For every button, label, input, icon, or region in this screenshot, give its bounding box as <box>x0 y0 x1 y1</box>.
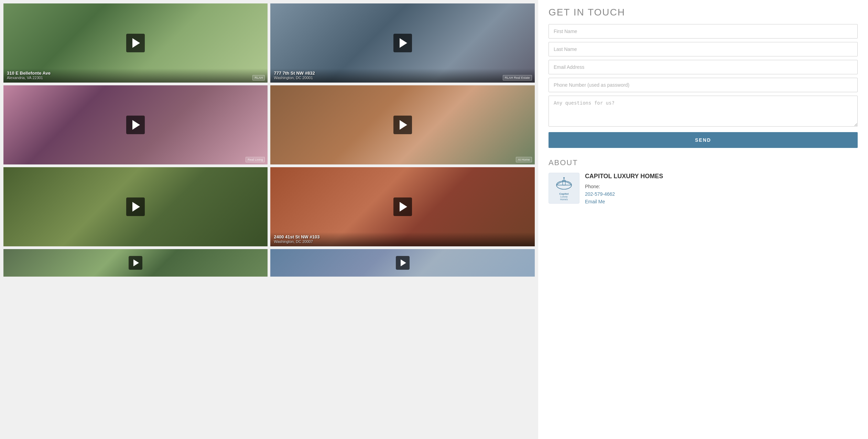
play-button-7[interactable] <box>129 256 142 270</box>
about-info: CAPITOL LUXURY HOMES Phone: 202-579-4662… <box>585 173 663 204</box>
tile-address-6: 2400 41st St NW #103 <box>274 234 531 239</box>
video-tile-2[interactable]: 777 7th St NW #832 Washington, DC 20001 … <box>270 3 534 83</box>
video-row-3: 2400 41st St NW #103 Washington, DC 2000… <box>3 167 535 246</box>
sidebar: GET IN TOUCH SEND ABOUT <box>538 0 868 439</box>
video-tile-8[interactable] <box>270 249 534 277</box>
play-icon-7 <box>133 259 139 266</box>
tile-city-1: Alexandria, VA 22301 <box>7 76 264 80</box>
about-card: Capitol Luxury Homes CAPITOL LUXURY HOME… <box>549 173 858 204</box>
tile-label-2: 777 7th St NW #832 Washington, DC 20001 <box>270 68 534 83</box>
logo-text-capitol: Capitol <box>559 193 568 195</box>
play-button-3[interactable] <box>126 116 145 134</box>
play-icon-8 <box>401 259 406 266</box>
about-section: ABOUT Capitol Luxury Hom <box>549 158 858 204</box>
play-icon-2 <box>400 38 407 48</box>
phone-input[interactable] <box>549 78 858 92</box>
email-input[interactable] <box>549 60 858 74</box>
play-icon-4 <box>400 120 407 130</box>
contact-form: SEND <box>549 24 858 148</box>
play-button-6[interactable] <box>393 197 412 216</box>
video-tile-1[interactable]: 310 E Bellefonte Ave Alexandria, VA 2230… <box>3 3 268 83</box>
play-icon-1 <box>132 38 140 48</box>
questions-textarea[interactable] <box>549 96 858 127</box>
video-tile-3[interactable]: Real Living <box>3 85 268 164</box>
video-tile-5[interactable] <box>3 167 268 246</box>
logo-text: Capitol Luxury Homes <box>559 193 568 201</box>
about-title: ABOUT <box>549 158 858 167</box>
phone-number-link[interactable]: 202-579-4662 <box>585 191 663 197</box>
video-grid: 310 E Bellefonte Ave Alexandria, VA 2230… <box>0 0 538 439</box>
tile-watermark-1: RLAH <box>252 75 265 81</box>
logo-text-homes: Homes <box>559 198 568 201</box>
send-button[interactable]: SEND <box>549 132 858 148</box>
company-logo: Capitol Luxury Homes <box>549 173 579 204</box>
play-button-4[interactable] <box>393 116 412 134</box>
video-row-1: 310 E Bellefonte Ave Alexandria, VA 2230… <box>3 3 535 83</box>
play-icon-5 <box>132 202 140 212</box>
play-button-5[interactable] <box>126 197 145 216</box>
company-name: CAPITOL LUXURY HOMES <box>585 173 663 180</box>
play-button-2[interactable] <box>393 34 412 52</box>
play-button-8[interactable] <box>396 256 410 270</box>
phone-label: Phone: <box>585 184 663 189</box>
video-row-2: Real Living At Home <box>3 85 535 164</box>
play-icon-6 <box>400 202 407 212</box>
video-tile-6[interactable]: 2400 41st St NW #103 Washington, DC 2000… <box>270 167 534 246</box>
capitol-logo-svg <box>554 175 574 193</box>
play-button-1[interactable] <box>126 34 145 52</box>
tile-address-1: 310 E Bellefonte Ave <box>7 71 264 76</box>
logo-text-luxury: Luxury <box>559 195 568 198</box>
tile-label-1: 310 E Bellefonte Ave Alexandria, VA 2230… <box>3 68 268 83</box>
tile-city-2: Washington, DC 20001 <box>274 76 531 80</box>
svg-point-3 <box>563 177 565 179</box>
tile-city-6: Washington, DC 20007 <box>274 239 531 244</box>
tile-watermark-2: RLAH Real Estate <box>503 75 532 81</box>
email-me-link[interactable]: Email Me <box>585 199 663 204</box>
tile-label-6: 2400 41st St NW #103 Washington, DC 2000… <box>270 232 534 246</box>
tile-watermark-3: Real Living <box>246 157 265 162</box>
video-tile-7[interactable] <box>3 249 268 277</box>
main-layout: 310 E Bellefonte Ave Alexandria, VA 2230… <box>0 0 868 439</box>
tile-watermark-4: At Home <box>516 157 532 162</box>
video-tile-4[interactable]: At Home <box>270 85 534 164</box>
last-name-input[interactable] <box>549 42 858 56</box>
video-row-4 <box>3 249 535 277</box>
tile-address-2: 777 7th St NW #832 <box>274 71 531 76</box>
play-icon-3 <box>132 120 140 130</box>
get-in-touch-title: GET IN TOUCH <box>549 7 858 18</box>
first-name-input[interactable] <box>549 24 858 39</box>
